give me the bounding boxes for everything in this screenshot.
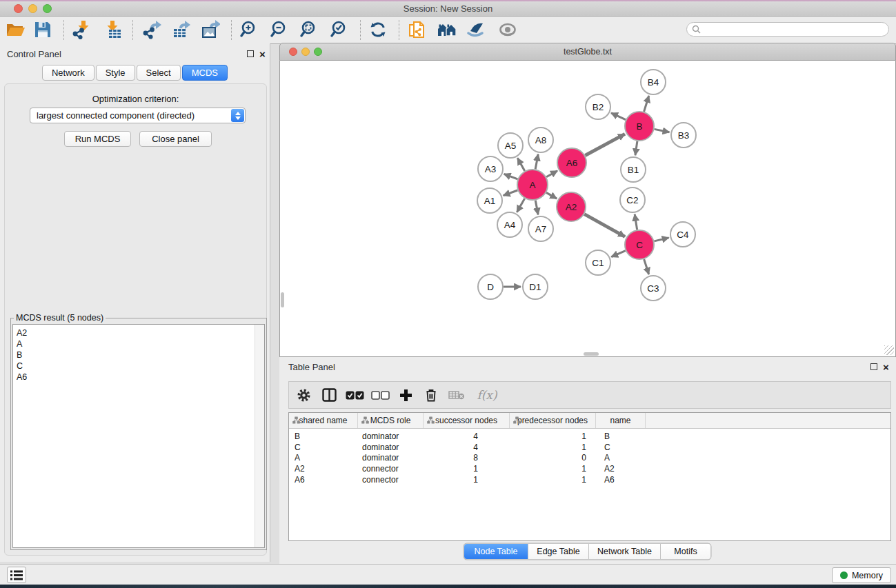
graph-node-B4[interactable]: B4: [641, 70, 666, 94]
float-table-panel-icon[interactable]: [870, 363, 877, 370]
column-header-1[interactable]: MCDS role: [358, 413, 424, 428]
add-column-button[interactable]: [395, 385, 416, 405]
network-hscroll-thumb[interactable]: [584, 352, 599, 356]
graph-node-D[interactable]: D: [478, 274, 503, 299]
float-panel-icon[interactable]: [247, 50, 254, 57]
hide-graphics-details-button[interactable]: [495, 18, 520, 41]
zoom-network-button[interactable]: [314, 48, 322, 56]
graph-node-C[interactable]: C: [625, 230, 654, 259]
graph-edge-A-A7[interactable]: [535, 201, 538, 215]
graph-node-A3[interactable]: A3: [478, 156, 503, 181]
table-settings-button[interactable]: [293, 385, 314, 405]
export-image-button[interactable]: [198, 18, 223, 41]
minimize-network-button[interactable]: [301, 48, 310, 56]
column-header-2[interactable]: successor nodes: [424, 413, 510, 428]
deselect-all-button[interactable]: [370, 385, 390, 405]
graph-edge-A6-B[interactable]: [585, 134, 625, 155]
search-input[interactable]: [704, 24, 888, 35]
tab-motifs[interactable]: Motifs: [661, 544, 710, 559]
graph-edge-A-A6[interactable]: [546, 171, 557, 177]
import-table-button[interactable]: [102, 18, 127, 41]
column-header-0[interactable]: shared name: [289, 413, 358, 428]
close-panel-button[interactable]: Close panel: [139, 131, 212, 147]
close-network-button[interactable]: [289, 48, 297, 56]
graph-node-C4[interactable]: C4: [670, 222, 695, 247]
mcds-result-item[interactable]: A: [13, 338, 264, 349]
optimization-criterion-select[interactable]: largest connected component (directed): [30, 108, 246, 123]
split-panel-button[interactable]: [319, 385, 339, 405]
zoom-window-button[interactable]: [43, 4, 52, 13]
graph-node-A8[interactable]: A8: [528, 128, 553, 152]
show-panels-button[interactable]: [7, 567, 26, 583]
graph-edge-A2-C[interactable]: [584, 214, 625, 237]
graph-node-A7[interactable]: A7: [528, 216, 553, 241]
delete-table-button[interactable]: [446, 385, 467, 405]
memory-button[interactable]: Memory: [832, 567, 891, 583]
close-panel-icon[interactable]: ×: [259, 51, 266, 58]
export-table-button[interactable]: [168, 18, 193, 41]
graph-node-A4[interactable]: A4: [497, 212, 522, 237]
network-canvas[interactable]: B4B2BB3A8A5A6B1A3AA1C2A2A4A7C4CC1C3DD1: [279, 61, 896, 357]
mcds-result-item[interactable]: C: [13, 361, 264, 372]
graph-edge-C-C4[interactable]: [654, 238, 668, 241]
graph-node-B3[interactable]: B3: [671, 123, 696, 148]
mcds-result-item[interactable]: A6: [13, 372, 264, 383]
graph-node-C3[interactable]: C3: [641, 276, 666, 301]
table-row[interactable]: Adominator80A: [289, 452, 890, 463]
function-builder-button[interactable]: f(x): [472, 385, 502, 405]
run-mcds-button[interactable]: Run MCDS: [64, 131, 131, 147]
tab-network[interactable]: Network: [42, 65, 94, 81]
graph-node-C2[interactable]: C2: [620, 187, 645, 212]
delete-columns-button[interactable]: [421, 385, 441, 405]
resize-grip[interactable]: [884, 345, 894, 355]
graph-edge-B-B4[interactable]: [644, 96, 649, 112]
close-table-panel-icon[interactable]: ×: [883, 364, 889, 371]
graph-node-A6[interactable]: A6: [557, 148, 586, 177]
zoom-in-button[interactable]: [237, 18, 261, 41]
graph-node-A1[interactable]: A1: [477, 188, 502, 213]
close-window-button[interactable]: [14, 4, 23, 13]
table-row[interactable]: Cdominator41C: [289, 442, 890, 453]
network-vscroll-thumb[interactable]: [281, 292, 284, 307]
graph-edge-B-B3[interactable]: [655, 129, 670, 132]
graph-edge-A-A8[interactable]: [535, 154, 538, 170]
tab-edge-table[interactable]: Edge Table: [528, 544, 589, 559]
graph-edge-C-C2[interactable]: [635, 214, 637, 230]
graph-node-A5[interactable]: A5: [498, 133, 523, 158]
graph-node-B2[interactable]: B2: [586, 94, 610, 119]
graph-node-C1[interactable]: C1: [586, 250, 610, 275]
show-graphics-details-button[interactable]: [464, 18, 488, 41]
table-row[interactable]: A2connector11A2: [289, 463, 890, 474]
zoom-fit-button[interactable]: [297, 18, 321, 41]
zoom-out-button[interactable]: [267, 18, 292, 41]
graph-edge-C-C3[interactable]: [644, 259, 649, 274]
mcds-result-item[interactable]: A2: [13, 327, 264, 338]
graph-edge-A-A4[interactable]: [517, 199, 524, 212]
open-session-button[interactable]: [3, 18, 28, 41]
table-row[interactable]: Bdominator41B: [289, 431, 890, 442]
clone-network-button[interactable]: [405, 18, 430, 41]
graph-edge-B-B2[interactable]: [611, 113, 626, 120]
column-header-4[interactable]: name: [596, 413, 646, 428]
tab-select[interactable]: Select: [137, 65, 181, 81]
tab-node-table[interactable]: Node Table: [464, 544, 528, 559]
graph-node-A2[interactable]: A2: [557, 192, 586, 221]
graph-node-B[interactable]: B: [625, 112, 654, 141]
tab-style[interactable]: Style: [96, 65, 135, 81]
graph-node-B1[interactable]: B1: [621, 157, 646, 182]
graph-edge-A-A5[interactable]: [517, 158, 524, 171]
graph-edge-C-C1[interactable]: [611, 251, 626, 257]
graph-node-A[interactable]: A: [517, 170, 548, 200]
result-scrollbar[interactable]: [255, 325, 264, 547]
select-all-button[interactable]: [344, 385, 365, 405]
graph-edge-A-A2[interactable]: [546, 192, 557, 199]
export-network-button[interactable]: [139, 18, 164, 41]
save-session-button[interactable]: [30, 18, 55, 41]
homes-button[interactable]: [435, 18, 459, 41]
minimize-window-button[interactable]: [28, 4, 37, 13]
table-row[interactable]: A6connector11A6: [289, 474, 890, 485]
graph-edge-A-A3[interactable]: [504, 174, 518, 179]
graph-node-D1[interactable]: D1: [523, 274, 548, 299]
zoom-selected-button[interactable]: [327, 18, 352, 41]
mcds-result-item[interactable]: B: [13, 349, 264, 361]
